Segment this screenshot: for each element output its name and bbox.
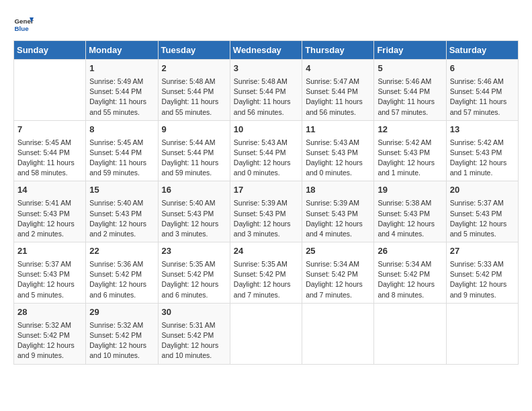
calendar-table: SundayMondayTuesdayWednesdayThursdayFrid… [13,40,519,365]
day-info-line: and 7 minutes. [306,290,370,300]
day-number: 23 [162,245,226,258]
day-info-line: Daylight: 11 hours [162,158,226,168]
calendar-cell: 8Sunrise: 5:45 AMSunset: 5:44 PMDaylight… [86,120,158,181]
day-info-line: Sunrise: 5:45 AM [17,138,82,148]
day-info-line: Sunrise: 5:43 AM [234,138,298,148]
day-info-line: and 56 minutes. [234,107,298,118]
day-info-line: Sunset: 5:44 PM [17,148,82,158]
day-info-line: Daylight: 12 hours [450,279,515,289]
day-info-line: Daylight: 12 hours [162,340,226,351]
day-info-line: Daylight: 12 hours [450,219,515,229]
day-info-line: Sunrise: 5:33 AM [450,259,515,269]
day-info-line: Sunrise: 5:37 AM [450,198,515,208]
day-info-line: Daylight: 12 hours [234,219,298,229]
week-row-3: 14Sunrise: 5:41 AMSunset: 5:43 PMDayligh… [14,181,519,242]
day-number: 16 [162,184,226,197]
day-info-line: and 0 minutes. [306,168,370,178]
day-number: 27 [450,245,515,258]
day-info-line: Sunrise: 5:45 AM [89,138,154,148]
day-info-line: Daylight: 12 hours [306,219,370,229]
day-info-line: Daylight: 12 hours [17,219,82,229]
day-info-line: and 3 minutes. [234,229,298,239]
day-number: 17 [234,184,298,197]
day-info-line: Sunset: 5:44 PM [89,148,154,158]
day-info-line: Sunset: 5:42 PM [306,269,370,279]
calendar-cell: 26Sunrise: 5:34 AMSunset: 5:42 PMDayligh… [374,242,446,304]
day-info-line: and 9 minutes. [450,290,515,300]
calendar-cell: 15Sunrise: 5:40 AMSunset: 5:43 PMDayligh… [86,181,158,242]
logo: General Blue [13,13,34,34]
day-info-line: Sunset: 5:42 PM [378,269,442,279]
calendar-cell: 21Sunrise: 5:37 AMSunset: 5:43 PMDayligh… [14,242,86,304]
day-info-line: Sunrise: 5:39 AM [306,198,370,208]
day-info-line: and 6 minutes. [162,290,226,300]
day-info-line: Sunset: 5:43 PM [89,209,154,219]
day-info-line: and 0 minutes. [234,168,298,178]
day-info-line: Sunrise: 5:47 AM [306,77,370,87]
day-info-line: Sunrise: 5:46 AM [378,77,442,87]
day-number: 1 [89,62,154,75]
calendar-cell: 13Sunrise: 5:42 AMSunset: 5:43 PMDayligh… [446,120,518,181]
day-info-line: and 1 minute. [450,168,515,178]
logo-icon: General Blue [13,13,34,34]
day-info-line: Sunrise: 5:32 AM [17,320,82,330]
day-info-line: Sunrise: 5:42 AM [450,138,515,148]
day-info-line: Daylight: 11 hours [450,97,515,107]
day-number: 5 [378,62,442,75]
day-header-friday: Friday [374,41,446,60]
day-info-line: Sunrise: 5:37 AM [17,259,82,269]
calendar-cell: 1Sunrise: 5:49 AMSunset: 5:44 PMDaylight… [86,60,158,121]
day-info-line: Sunset: 5:42 PM [162,330,226,340]
day-number: 12 [378,124,442,136]
day-info-line: Sunset: 5:43 PM [234,209,298,219]
day-info-line: Sunrise: 5:44 AM [162,138,226,148]
day-info-line: Daylight: 11 hours [162,97,226,107]
calendar-cell [230,303,302,364]
day-header-sunday: Sunday [14,41,86,60]
day-number: 14 [17,184,82,197]
day-number: 6 [450,62,515,75]
calendar-header-row: SundayMondayTuesdayWednesdayThursdayFrid… [14,41,519,60]
calendar-cell [14,60,86,121]
day-number: 29 [89,306,154,319]
day-info-line: Sunset: 5:43 PM [306,148,370,158]
day-info-line: and 4 minutes. [378,229,442,239]
day-info-line: and 2 minutes. [17,229,82,239]
day-number: 15 [89,184,154,197]
day-info-line: and 10 minutes. [162,351,226,361]
page-header: General Blue [13,13,519,34]
day-number: 2 [162,62,226,75]
day-info-line: Daylight: 12 hours [162,279,226,289]
day-info-line: Daylight: 12 hours [450,158,515,168]
day-info-line: Sunset: 5:42 PM [17,330,82,340]
day-info-line: Daylight: 12 hours [89,279,154,289]
day-info-line: Daylight: 11 hours [89,97,154,107]
week-row-5: 28Sunrise: 5:32 AMSunset: 5:42 PMDayligh… [14,303,519,364]
day-number: 30 [162,306,226,319]
day-info-line: Sunrise: 5:35 AM [234,259,298,269]
day-info-line: and 5 minutes. [17,290,82,300]
day-info-line: Sunset: 5:43 PM [450,209,515,219]
day-number: 19 [378,184,442,197]
calendar-cell: 28Sunrise: 5:32 AMSunset: 5:42 PMDayligh… [14,303,86,364]
day-info-line: and 56 minutes. [306,107,370,118]
day-number: 3 [234,62,298,75]
day-info-line: Sunset: 5:42 PM [450,269,515,279]
day-info-line: and 57 minutes. [378,107,442,118]
day-info-line: Sunrise: 5:35 AM [162,259,226,269]
day-info-line: and 8 minutes. [378,290,442,300]
day-number: 22 [89,245,154,258]
day-info-line: and 7 minutes. [234,290,298,300]
calendar-cell: 24Sunrise: 5:35 AMSunset: 5:42 PMDayligh… [230,242,302,304]
day-header-monday: Monday [86,41,158,60]
day-info-line: Sunset: 5:43 PM [378,148,442,158]
day-info-line: and 57 minutes. [450,107,515,118]
day-info-line: Sunset: 5:44 PM [306,87,370,97]
day-info-line: Sunset: 5:44 PM [162,87,226,97]
day-header-saturday: Saturday [446,41,518,60]
day-info-line: Sunset: 5:44 PM [234,148,298,158]
day-info-line: Daylight: 12 hours [378,219,442,229]
calendar-cell: 11Sunrise: 5:43 AMSunset: 5:43 PMDayligh… [302,120,374,181]
calendar-cell: 14Sunrise: 5:41 AMSunset: 5:43 PMDayligh… [14,181,86,242]
day-number: 4 [306,62,370,75]
